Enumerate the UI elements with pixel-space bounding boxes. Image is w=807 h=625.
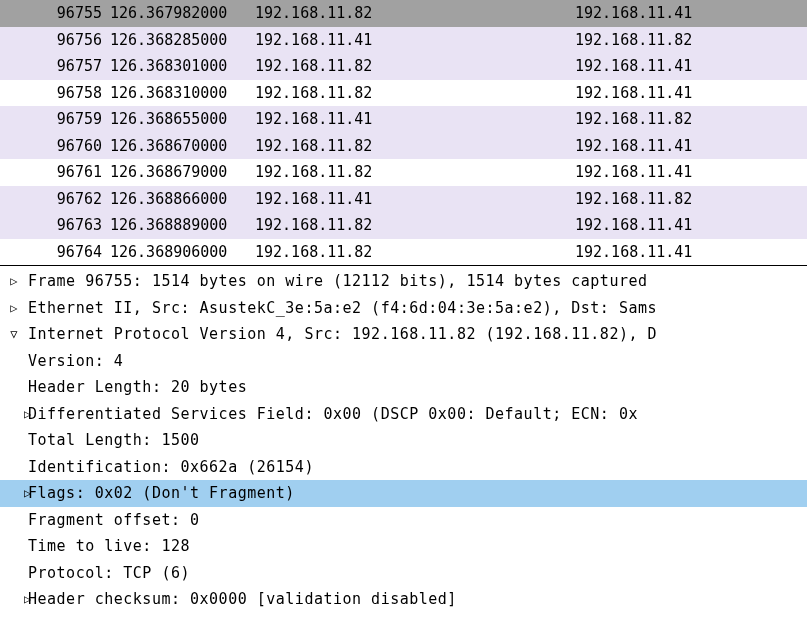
packet-time: 126.368866000 [110, 186, 255, 213]
details-line[interactable]: Identification: 0x662a (26154) [0, 454, 807, 481]
packet-time: 126.367982000 [110, 0, 255, 27]
details-text: Ethernet II, Src: AsustekC_3e:5a:e2 (f4:… [28, 295, 807, 322]
packet-time: 126.368285000 [110, 27, 255, 54]
packet-row[interactable]: 96764126.368906000192.168.11.82192.168.1… [0, 239, 807, 266]
packet-destination: 192.168.11.82 [575, 186, 807, 213]
packet-time: 126.368655000 [110, 106, 255, 133]
details-text: Identification: 0x662a (26154) [28, 454, 807, 481]
details-line[interactable]: Total Length: 1500 [0, 427, 807, 454]
packet-time: 126.368679000 [110, 159, 255, 186]
packet-time: 126.368670000 [110, 133, 255, 160]
packet-no: 96764 [0, 239, 110, 266]
packet-no: 96759 [0, 106, 110, 133]
details-text: Total Length: 1500 [28, 427, 807, 454]
packet-details-tree[interactable]: ▷Frame 96755: 1514 bytes on wire (12112 … [0, 265, 807, 613]
packet-destination: 192.168.11.41 [575, 212, 807, 239]
packet-source: 192.168.11.82 [255, 80, 575, 107]
details-line[interactable]: Protocol: TCP (6) [0, 560, 807, 587]
details-line[interactable]: ▷Ethernet II, Src: AsustekC_3e:5a:e2 (f4… [0, 295, 807, 322]
details-line[interactable]: ▷Differentiated Services Field: 0x00 (DS… [0, 401, 807, 428]
details-line[interactable]: Fragment offset: 0 [0, 507, 807, 534]
details-line[interactable]: ▷Flags: 0x02 (Don't Fragment) [0, 480, 807, 507]
packet-destination: 192.168.11.41 [575, 239, 807, 266]
packet-row[interactable]: 96760126.368670000192.168.11.82192.168.1… [0, 133, 807, 160]
packet-row[interactable]: 96759126.368655000192.168.11.41192.168.1… [0, 106, 807, 133]
packet-row[interactable]: 96762126.368866000192.168.11.41192.168.1… [0, 186, 807, 213]
expand-icon[interactable]: ▷ [0, 268, 28, 295]
details-line[interactable]: Header Length: 20 bytes [0, 374, 807, 401]
details-text: Version: 4 [28, 348, 807, 375]
packet-source: 192.168.11.41 [255, 186, 575, 213]
packet-no: 96763 [0, 212, 110, 239]
packet-destination: 192.168.11.41 [575, 0, 807, 27]
packet-source: 192.168.11.82 [255, 133, 575, 160]
packet-source: 192.168.11.82 [255, 159, 575, 186]
details-line[interactable]: Version: 4 [0, 348, 807, 375]
details-text: Internet Protocol Version 4, Src: 192.16… [28, 321, 807, 348]
details-text: Fragment offset: 0 [28, 507, 807, 534]
details-text: Header Length: 20 bytes [28, 374, 807, 401]
details-text: Protocol: TCP (6) [28, 560, 807, 587]
packet-list-table[interactable]: 96755126.367982000192.168.11.82192.168.1… [0, 0, 807, 265]
expand-icon[interactable]: ▷ [0, 480, 28, 507]
details-line[interactable]: ▽Internet Protocol Version 4, Src: 192.1… [0, 321, 807, 348]
packet-no: 96761 [0, 159, 110, 186]
packet-time: 126.368310000 [110, 80, 255, 107]
packet-destination: 192.168.11.82 [575, 27, 807, 54]
packet-time: 126.368301000 [110, 53, 255, 80]
packet-source: 192.168.11.41 [255, 27, 575, 54]
details-line[interactable]: ▷Frame 96755: 1514 bytes on wire (12112 … [0, 268, 807, 295]
packet-no: 96760 [0, 133, 110, 160]
details-text: Flags: 0x02 (Don't Fragment) [28, 480, 807, 507]
packet-row[interactable]: 96763126.368889000192.168.11.82192.168.1… [0, 212, 807, 239]
details-text: Frame 96755: 1514 bytes on wire (12112 b… [28, 268, 807, 295]
details-line[interactable]: ▷Header checksum: 0x0000 [validation dis… [0, 586, 807, 613]
packet-row[interactable]: 96756126.368285000192.168.11.41192.168.1… [0, 27, 807, 54]
expand-icon[interactable]: ▷ [0, 295, 28, 322]
packet-time: 126.368889000 [110, 212, 255, 239]
packet-row[interactable]: 96761126.368679000192.168.11.82192.168.1… [0, 159, 807, 186]
packet-source: 192.168.11.41 [255, 106, 575, 133]
packet-source: 192.168.11.82 [255, 0, 575, 27]
packet-destination: 192.168.11.41 [575, 53, 807, 80]
packet-no: 96758 [0, 80, 110, 107]
packet-destination: 192.168.11.41 [575, 80, 807, 107]
collapse-icon[interactable]: ▽ [0, 321, 28, 348]
packet-source: 192.168.11.82 [255, 53, 575, 80]
expand-icon[interactable]: ▷ [0, 586, 28, 613]
packet-destination: 192.168.11.41 [575, 159, 807, 186]
details-text: Differentiated Services Field: 0x00 (DSC… [28, 401, 807, 428]
packet-source: 192.168.11.82 [255, 239, 575, 266]
packet-row[interactable]: 96757126.368301000192.168.11.82192.168.1… [0, 53, 807, 80]
packet-no: 96762 [0, 186, 110, 213]
details-text: Header checksum: 0x0000 [validation disa… [28, 586, 807, 613]
packet-destination: 192.168.11.82 [575, 106, 807, 133]
packet-destination: 192.168.11.41 [575, 133, 807, 160]
packet-source: 192.168.11.82 [255, 212, 575, 239]
packet-no: 96756 [0, 27, 110, 54]
packet-no: 96755 [0, 0, 110, 27]
details-line[interactable]: Time to live: 128 [0, 533, 807, 560]
details-text: Time to live: 128 [28, 533, 807, 560]
expand-icon[interactable]: ▷ [0, 401, 28, 428]
packet-row[interactable]: 96755126.367982000192.168.11.82192.168.1… [0, 0, 807, 27]
packet-no: 96757 [0, 53, 110, 80]
packet-time: 126.368906000 [110, 239, 255, 266]
packet-row[interactable]: 96758126.368310000192.168.11.82192.168.1… [0, 80, 807, 107]
